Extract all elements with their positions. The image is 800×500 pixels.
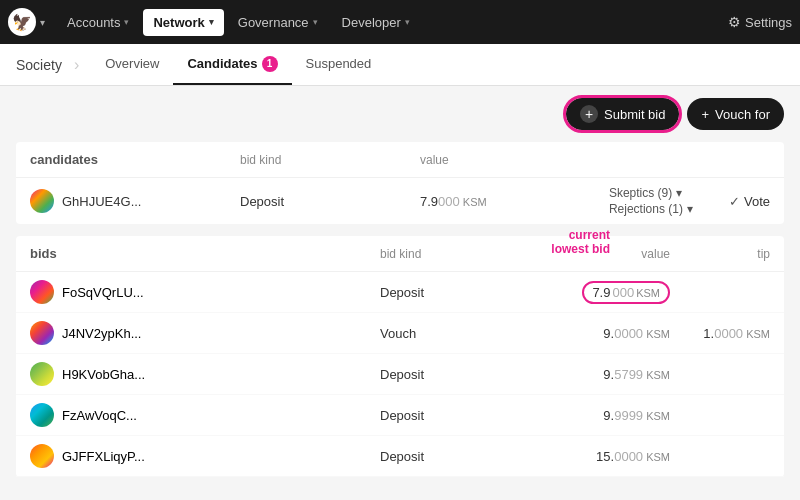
candidates-header: candidates bid kind value [16,142,784,178]
action-bar: + Submit bid + Vouch for [16,98,784,130]
bids-title: bids [30,246,380,261]
nav-developer[interactable]: Developer ▾ [332,9,420,36]
candidate-actions: Skeptics (9) ▾ Rejections (1) ▾ ✓ Vote [560,186,770,216]
main-content: + Submit bid + Vouch for candidates bid … [0,86,800,500]
bids-section: bids bid kind current lowest bid value t… [16,236,784,477]
bid-row: GJFFXLiqyP... Deposit 15.0000 KSM [16,436,784,477]
bid-value: 7.9000KSM [540,281,670,304]
candidate-value: 7.9000 KSM [420,194,560,209]
bid-value: 9.5799 KSM [540,367,670,382]
bid-kind: Vouch [380,326,540,341]
secondary-nav: Society › Overview Candidates 1 Suspende… [0,44,800,86]
bids-col-value-header: value [641,247,670,261]
bids-col-tip-header: tip [670,247,770,261]
bid-account-name[interactable]: J4NV2ypKh... [62,326,142,341]
bid-account-icon [30,362,54,386]
lowest-bid-label: current lowest bid [540,228,610,256]
logo-icon: 🦅 [8,8,36,36]
bid-account-name[interactable]: GJFFXLiqyP... [62,449,145,464]
account-icon [30,189,54,213]
bid-tip: 1.0000 KSM [670,326,770,341]
bid-account-cell: J4NV2ypKh... [30,321,380,345]
developer-chevron-icon: ▾ [405,17,410,27]
governance-chevron-icon: ▾ [313,17,318,27]
vote-check-icon: ✓ [729,194,740,209]
value-highlight: 7.9000KSM [582,281,670,304]
tab-suspended[interactable]: Suspended [292,44,386,85]
bid-account-icon [30,444,54,468]
bid-account-name[interactable]: FzAwVoqC... [62,408,137,423]
bid-row: J4NV2ypKh... Vouch 9.0000 KSM 1.0000 KSM [16,313,784,354]
bids-header: bids bid kind current lowest bid value t… [16,236,784,272]
bid-kind: Deposit [380,367,540,382]
skeptics-chevron-icon: ▾ [676,186,682,200]
nav-network[interactable]: Network ▾ [143,9,223,36]
nav-settings[interactable]: ⚙ Settings [728,14,792,30]
candidate-account-cell: GhHJUE4G... [30,189,240,213]
candidates-badge: 1 [262,56,278,72]
nav-governance[interactable]: Governance ▾ [228,9,328,36]
skeptics-button[interactable]: Skeptics (9) ▾ [609,186,682,200]
bid-row: FzAwVoqC... Deposit 9.9999 KSM [16,395,784,436]
submit-bid-button[interactable]: + Submit bid [566,98,679,130]
submit-bid-plus-icon: + [580,105,598,123]
settings-icon: ⚙ [728,14,741,30]
rejections-chevron-icon: ▾ [687,202,693,216]
vouch-for-button[interactable]: + Vouch for [687,98,784,130]
bid-row: FoSqVQrLU... Deposit 7.9000KSM [16,272,784,313]
bid-account-cell: FzAwVoqC... [30,403,380,427]
skeptics-area: Skeptics (9) ▾ Rejections (1) ▾ [609,186,693,216]
logo-area[interactable]: 🦅 ▾ [8,8,45,36]
bid-account-name[interactable]: H9KVobGha... [62,367,145,382]
bid-account-icon [30,321,54,345]
top-nav: 🦅 ▾ Accounts ▾ Network ▾ Governance ▾ De… [0,0,800,44]
bid-account-cell: H9KVobGha... [30,362,380,386]
bid-account-icon [30,280,54,304]
bid-account-cell: GJFFXLiqyP... [30,444,380,468]
logo-chevron-icon: ▾ [40,17,45,28]
bid-value: 9.0000 KSM [540,326,670,341]
bid-value: 15.0000 KSM [540,449,670,464]
bid-kind: Deposit [380,449,540,464]
bid-account-cell: FoSqVQrLU... [30,280,380,304]
accounts-chevron-icon: ▾ [124,17,129,27]
table-row: GhHJUE4G... Deposit 7.9000 KSM Skeptics … [16,178,784,224]
bid-kind: Deposit [380,408,540,423]
rejections-button[interactable]: Rejections (1) ▾ [609,202,693,216]
candidate-account-name[interactable]: GhHJUE4G... [62,194,141,209]
bid-account-icon [30,403,54,427]
candidates-section: candidates bid kind value GhHJUE4G... De… [16,142,784,224]
candidate-bid-kind: Deposit [240,194,420,209]
bid-value: 9.9999 KSM [540,408,670,423]
vouch-for-plus-icon: + [701,107,709,122]
breadcrumb[interactable]: Society [16,57,62,73]
tab-list: Overview Candidates 1 Suspended [91,44,385,85]
bid-row: H9KVobGha... Deposit 9.5799 KSM [16,354,784,395]
network-chevron-icon: ▾ [209,17,214,27]
candidates-title: candidates [30,152,240,167]
bid-kind: Deposit [380,285,540,300]
breadcrumb-separator: › [74,56,79,74]
col-value-header: value [420,153,560,167]
vote-button[interactable]: ✓ Vote [729,194,770,209]
col-bid-kind-header: bid kind [240,153,420,167]
bids-col-kind-header: bid kind [380,247,540,261]
nav-accounts[interactable]: Accounts ▾ [57,9,139,36]
tab-candidates[interactable]: Candidates 1 [173,44,291,85]
tab-overview[interactable]: Overview [91,44,173,85]
bid-account-name[interactable]: FoSqVQrLU... [62,285,144,300]
